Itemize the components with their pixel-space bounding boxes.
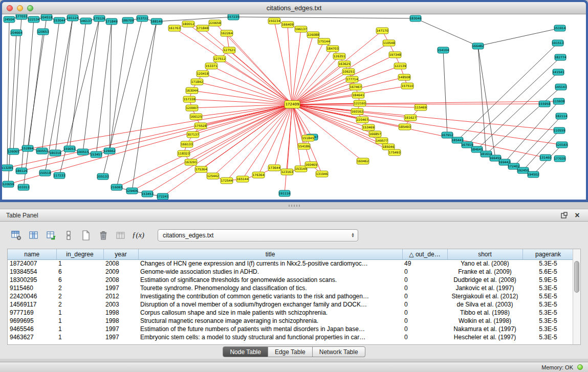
table-row[interactable]: 1938455462009Genome-wide association stu… [8, 268, 574, 276]
graph-node-label: 131460 [540, 156, 552, 159]
table-cell: 9465546 [8, 325, 56, 333]
column-mode-icon[interactable] [61, 229, 76, 242]
table-row[interactable]: 969969511998Structural magnetic resonanc… [8, 317, 574, 325]
graph-node-label: 166857 [369, 132, 381, 136]
graph-node-label: 160462 [357, 159, 369, 163]
table-cell: 0 [402, 268, 447, 276]
column-header[interactable]: △ out_de… [402, 249, 447, 259]
graph-node-label: 194502 [528, 172, 539, 176]
graph-node-label: 171849 [106, 19, 118, 23]
table-cell: 2003 [103, 300, 138, 309]
split-divider[interactable] [0, 202, 588, 209]
column-header[interactable]: short [447, 249, 522, 259]
column-header[interactable]: in_degree [56, 249, 103, 259]
table-cell: 1998 [103, 317, 138, 325]
zoom-button[interactable] [27, 5, 33, 11]
network-view-window: citations_edges.txt 24504177033122134204… [0, 0, 588, 202]
tab-edge-table[interactable]: Edge Table [268, 346, 313, 357]
graph-node-label: 186709 [122, 18, 134, 22]
table-cell: 2009 [103, 268, 138, 276]
combo-arrows-icon: ▲▼ [351, 233, 355, 238]
table-cell: 9115460 [8, 284, 56, 292]
table-row[interactable]: 1872400712008Changes of HCN gene express… [8, 259, 574, 268]
table-scrollbar[interactable] [573, 249, 580, 344]
graph-node-label: 153371 [206, 64, 217, 68]
table-cell: Tibbo et al. (1998) [447, 309, 522, 317]
graph-edge [288, 25, 292, 104]
graph-node-label: 153453 [142, 192, 154, 195]
delete-table-icon[interactable] [96, 229, 111, 242]
column-header[interactable]: year [103, 249, 138, 259]
table-cell: 9463627 [8, 333, 56, 341]
close-panel-icon[interactable]: × [573, 211, 582, 220]
table-cell: 1997 [103, 284, 138, 292]
graph-node-label: 182774 [555, 55, 567, 59]
select-columns-icon[interactable] [27, 229, 41, 242]
graph-edge [147, 104, 292, 194]
network-canvas-svg[interactable]: 2450417703312213420451815304419112414613… [2, 14, 586, 200]
import-table-icon[interactable] [44, 229, 58, 242]
graph-node-label: 126065 [8, 149, 19, 153]
graph-node-label: 184703 [327, 47, 339, 50]
node-table: namein_degreeyeartitle△ out_de…shortpage… [8, 249, 574, 341]
graph-node-label: 110559 [554, 128, 565, 132]
float-panel-icon[interactable] [559, 211, 569, 220]
new-table-icon[interactable] [79, 229, 93, 242]
table-cell: de Silva et al. (2003) [447, 300, 522, 309]
table-row[interactable]: 977716911998Corpus callosum shape and si… [8, 309, 574, 317]
table-cell: Investigating the contribution of common… [138, 292, 402, 300]
tab-node-table[interactable]: Node Table [223, 346, 268, 357]
table-select-dropdown[interactable]: citations_edges.txt ▲▼ [158, 229, 358, 242]
network-canvas[interactable]: 2450417703312213420451815304419112414613… [2, 14, 586, 200]
graph-edge [13, 104, 292, 151]
table-cell: 6 [56, 276, 103, 284]
column-header[interactable]: pagerank [522, 249, 574, 259]
graph-edge [110, 21, 112, 151]
table-cell: 5.3E-5 [522, 284, 574, 292]
graph-node-label: 166133 [181, 142, 193, 146]
table-cell: Jankovic et al. (1997) [447, 284, 522, 292]
table-cell: 22420046 [8, 292, 56, 300]
table-body: 1872400712008Changes of HCN gene express… [8, 259, 574, 341]
function-builder-icon[interactable]: ƒ(x) [131, 229, 145, 242]
memory-status-label: Memory: OK [541, 364, 573, 370]
table-cell: Corpus callosum shape and size in male p… [138, 309, 402, 317]
column-header[interactable]: title [138, 249, 402, 259]
graph-node-label: 163044 [186, 89, 198, 92]
network-window-titlebar[interactable]: citations_edges.txt [2, 2, 586, 14]
minimize-button[interactable] [17, 5, 23, 11]
merge-table-icon[interactable] [114, 229, 128, 242]
table-row[interactable]: 1456911722003Disruption of a novel membe… [8, 300, 574, 309]
graph-edge [193, 104, 292, 135]
graph-node-label: 117233 [54, 173, 66, 177]
graph-node-label: 120165 [556, 143, 568, 146]
graph-node-label: 180012 [183, 22, 194, 26]
graph-node-label: 180318 [50, 151, 61, 155]
panel-resize-handle[interactable] [289, 205, 300, 207]
graph-node-label: 204664 [11, 31, 23, 34]
table-cell: 9777169 [8, 309, 56, 317]
graph-edge [21, 104, 292, 171]
graph-edge [233, 17, 416, 18]
close-button[interactable] [7, 5, 13, 11]
graph-node-label: 106251 [343, 70, 355, 73]
column-header[interactable]: name [8, 249, 56, 259]
table-row[interactable]: 911546021997Tourette syndrome. Phenomeno… [8, 284, 574, 292]
table-scrollbar-thumb[interactable] [574, 261, 579, 293]
table-cell: 19384554 [8, 268, 56, 276]
table-row[interactable]: 1830029562008Estimation of significance … [8, 276, 574, 284]
table-cell: 5.3E-5 [522, 317, 574, 325]
graph-node-label: 157338 [184, 97, 195, 101]
table-cell: 5.6E-5 [522, 268, 574, 276]
tab-network-table[interactable]: Network Table [313, 346, 365, 357]
table-cell: 0 [402, 317, 447, 325]
graph-node-label: 197348 [389, 53, 401, 56]
table-row[interactable]: 946362711997Embryonic stem cells: a mode… [8, 333, 574, 341]
table-row[interactable]: 2242004622012Investigating the contribut… [8, 292, 574, 300]
table-row[interactable]: 946554611997Estimation of the future num… [8, 325, 574, 333]
table-cell: 2 [56, 292, 103, 300]
table-cell: Hescheler et al. (1997) [447, 333, 522, 341]
graph-node-label: 118323 [178, 151, 190, 155]
graph-node-label: 123163 [281, 170, 293, 173]
table-settings-icon[interactable] [9, 229, 24, 242]
